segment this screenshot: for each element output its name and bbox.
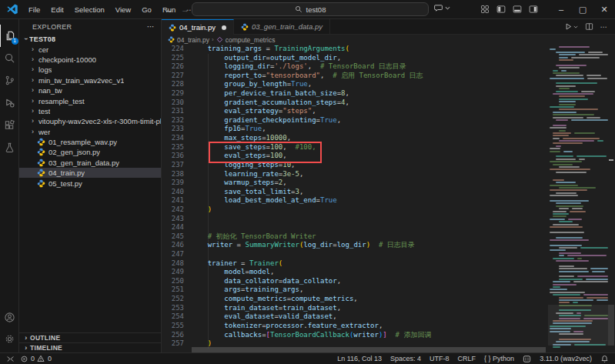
status-language-mode[interactable]: { } Python xyxy=(484,355,514,362)
vertical-scrollbar[interactable] xyxy=(607,45,615,352)
back-arrow-icon[interactable]: ← xyxy=(165,5,173,14)
line-number[interactable]: 235 xyxy=(162,143,184,152)
tree-folder-min_tw_train_wav2vec_v1[interactable]: ›min_tw_train_wav2vec_v1 xyxy=(19,75,161,85)
menu-file[interactable]: File xyxy=(23,3,45,16)
line-number[interactable]: 253 xyxy=(162,304,184,313)
line-number[interactable]: 244 xyxy=(162,223,184,232)
outline-section[interactable]: › OUTLINE xyxy=(19,332,161,342)
line-number[interactable]: 228 xyxy=(162,80,184,89)
notifications-bell-icon[interactable] xyxy=(600,355,609,363)
line-number[interactable]: 247 xyxy=(162,250,184,259)
remote-indicator-icon[interactable] xyxy=(6,355,15,363)
tree-folder-logs[interactable]: ›logs xyxy=(19,65,161,75)
maximize-button[interactable]: ▢ xyxy=(572,0,593,18)
tree-file-01_resample_wav.py[interactable]: 01_resample_wav.py xyxy=(19,137,161,147)
line-number[interactable]: 256 xyxy=(162,331,184,340)
activity-item-search[interactable] xyxy=(0,47,19,69)
tree-file-02_gen_json.py[interactable]: 02_gen_json.py xyxy=(19,147,161,157)
toggle-sidebar-right-icon[interactable] xyxy=(529,5,538,14)
tree-file-04_train.py[interactable]: 04_train.py xyxy=(19,168,161,178)
code-content[interactable]: 224 training_args = TrainingArguments(22… xyxy=(162,45,541,349)
tree-folder-cer[interactable]: ›cer xyxy=(19,44,161,54)
line-number[interactable]: 246 xyxy=(162,241,184,250)
line-number[interactable]: 241 xyxy=(162,196,184,205)
tab-04_train.py[interactable]: 04_train.py xyxy=(162,19,234,35)
more-actions-icon[interactable]: ⋯ xyxy=(600,22,608,31)
line-number[interactable]: 250 xyxy=(162,277,184,286)
line-number[interactable]: 231 xyxy=(162,107,184,116)
status-python-version[interactable]: 3.11.0 (wav2vec) xyxy=(540,355,592,362)
line-number[interactable]: 227 xyxy=(162,72,184,81)
customize-layout-icon[interactable] xyxy=(480,5,490,14)
line-number[interactable]: 232 xyxy=(162,116,184,125)
run-python-file-button[interactable] xyxy=(564,22,578,31)
line-number[interactable]: 233 xyxy=(162,125,184,134)
status-eol[interactable]: CRLF xyxy=(458,355,476,362)
tree-folder-test[interactable]: ›test xyxy=(19,106,161,116)
line-number[interactable]: 245 xyxy=(162,232,184,242)
forward-arrow-icon[interactable]: → xyxy=(181,5,189,14)
breadcrumb-file[interactable]: 04_train.py xyxy=(177,36,209,44)
copilot-chat-button[interactable] xyxy=(433,3,450,13)
line-number[interactable]: 236 xyxy=(162,152,184,161)
line-number[interactable]: 226 xyxy=(162,62,184,72)
tree-file-03_gen_train_data.py[interactable]: 03_gen_train_data.py xyxy=(19,158,161,168)
activity-item-run-debug[interactable] xyxy=(0,92,19,114)
breadcrumb-symbol[interactable]: compute_metrics xyxy=(226,36,276,44)
line-number[interactable]: 252 xyxy=(162,295,184,304)
menu-go[interactable]: Go xyxy=(136,3,157,16)
status-cursor-position[interactable]: Ln 116, Col 13 xyxy=(337,355,382,362)
tree-file-05_test.py[interactable]: 05_test.py xyxy=(19,178,161,188)
activity-item-extensions[interactable] xyxy=(0,114,19,136)
line-number[interactable]: 251 xyxy=(162,286,184,295)
python-env-icon[interactable] xyxy=(523,355,531,363)
line-number[interactable]: 229 xyxy=(162,89,184,99)
line-number[interactable]: 224 xyxy=(162,45,184,54)
line-number[interactable]: 239 xyxy=(162,179,184,188)
line-number[interactable]: 225 xyxy=(162,54,184,63)
timeline-section[interactable]: › TIMELINE xyxy=(19,342,161,352)
menu-edit[interactable]: Edit xyxy=(45,3,69,16)
tree-folder-wer[interactable]: ›wer xyxy=(19,127,161,137)
tree-folder-vitouphy-wav2vec2-xls-r-300m-timit-phoneme[interactable]: ›vitouphy-wav2vec2-xls-r-300m-timit-phon… xyxy=(19,116,161,126)
menu-selection[interactable]: Selection xyxy=(69,3,110,16)
activity-item-settings[interactable] xyxy=(0,328,19,349)
tab-03_gen_train_data.py[interactable]: 03_gen_train_data.py xyxy=(234,19,330,34)
activity-item-source-control[interactable] xyxy=(0,69,19,92)
tree-folder-nan_tw[interactable]: ›nan_tw xyxy=(19,85,161,95)
problems-indicator[interactable]: 0 0 xyxy=(21,355,52,362)
line-number[interactable]: 230 xyxy=(162,99,184,108)
command-center-search[interactable]: test08 xyxy=(192,2,429,16)
minimap-viewport[interactable] xyxy=(548,305,608,346)
code-editor[interactable]: 224 training_args = TrainingArguments(22… xyxy=(162,45,615,352)
minimize-button[interactable]: – xyxy=(550,0,572,18)
activity-item-account[interactable] xyxy=(0,306,19,328)
line-number[interactable]: 242 xyxy=(162,205,184,215)
line-number[interactable]: 237 xyxy=(162,161,184,170)
line-number[interactable]: 255 xyxy=(162,322,184,331)
line-number[interactable]: 249 xyxy=(162,268,184,277)
status-indentation[interactable]: Spaces: 4 xyxy=(390,355,421,362)
sidebar-more-actions-icon[interactable]: ⋯ xyxy=(147,22,155,31)
modified-dot-icon[interactable] xyxy=(222,25,226,30)
toggle-panel-icon[interactable] xyxy=(513,5,522,14)
tree-root-test08[interactable]: ›TEST08 xyxy=(19,34,161,44)
line-number[interactable]: 257 xyxy=(162,339,184,349)
line-number[interactable]: 248 xyxy=(162,259,184,269)
line-number[interactable]: 254 xyxy=(162,312,184,322)
close-button[interactable]: ✕ xyxy=(593,0,615,18)
horizontal-scrollbar-thumb[interactable] xyxy=(192,347,546,352)
menu-view[interactable]: View xyxy=(110,3,136,16)
status-encoding[interactable]: UTF-8 xyxy=(429,355,450,362)
line-number[interactable]: 240 xyxy=(162,188,184,197)
line-number[interactable]: 238 xyxy=(162,170,184,179)
split-editor-icon[interactable] xyxy=(585,22,593,31)
line-number[interactable]: 234 xyxy=(162,134,184,143)
toggle-sidebar-left-icon[interactable] xyxy=(496,5,506,14)
activity-item-testing[interactable] xyxy=(0,136,19,159)
tree-folder-checkpoint-10000[interactable]: ›checkpoint-10000 xyxy=(19,55,161,65)
vertical-scrollbar-thumb[interactable] xyxy=(608,305,614,346)
tree-folder-resample_test[interactable]: ›resample_test xyxy=(19,95,161,105)
activity-item-explorer[interactable]: 1 xyxy=(0,25,19,47)
line-number[interactable]: 243 xyxy=(162,215,184,224)
